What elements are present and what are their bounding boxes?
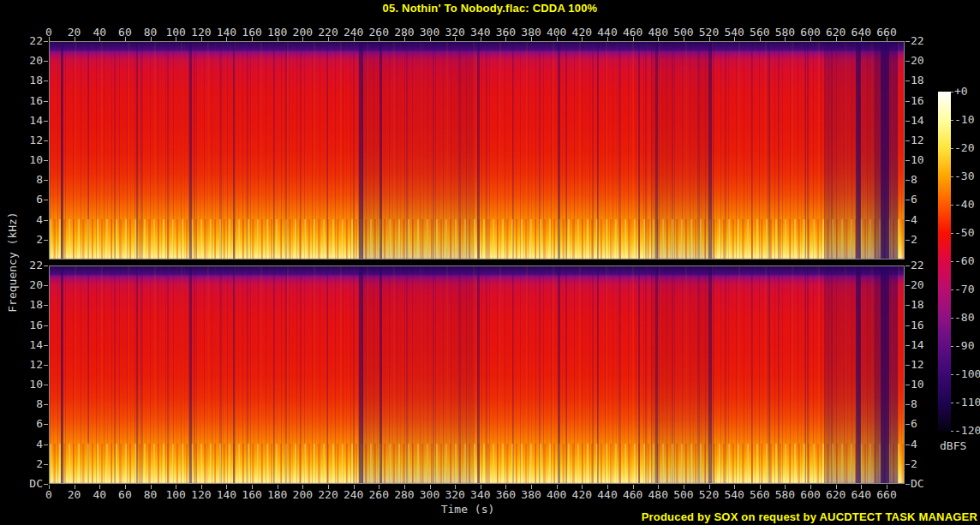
freq-tick <box>44 424 48 425</box>
time-tick <box>810 37 811 41</box>
time-tick <box>633 37 634 41</box>
freq-tick-label: DC <box>15 478 43 490</box>
freq-tick-label: 18 <box>15 299 43 311</box>
time-tick-label: 420 <box>569 489 595 501</box>
freq-tick <box>905 365 910 366</box>
freq-tick <box>44 220 48 221</box>
time-tick-label: 400 <box>544 489 570 501</box>
freq-tick-label: 12 <box>15 134 43 146</box>
time-tick <box>404 37 405 41</box>
colorbar-unit-label: dBFS <box>940 439 966 452</box>
soft-region <box>824 42 875 259</box>
time-tick <box>734 37 735 41</box>
colorbar-tick-label: -100 <box>954 368 980 380</box>
time-tick-label: 320 <box>442 489 468 501</box>
freq-tick <box>44 385 48 385</box>
time-tick-label: 160 <box>239 489 265 501</box>
colorbar-tick-label: -80 <box>954 312 974 324</box>
freq-tick-label: 16 <box>911 319 940 331</box>
freq-tick-label: 4 <box>15 438 43 450</box>
freq-tick-label: 6 <box>911 194 940 206</box>
colorbar-tick-label: -90 <box>954 340 974 352</box>
quiet-stripe <box>233 42 235 259</box>
time-tick-label: 480 <box>645 489 671 501</box>
colorbar-tick-label: -110 <box>954 397 980 409</box>
time-tick <box>125 37 126 41</box>
freq-tick <box>905 265 910 266</box>
freq-tick-label: 14 <box>911 339 940 351</box>
freq-tick <box>44 41 48 42</box>
soft-region <box>875 266 898 483</box>
time-tick <box>531 37 532 41</box>
freq-tick <box>44 61 48 62</box>
time-tick <box>99 37 100 41</box>
soft-region <box>824 266 875 483</box>
freq-tick <box>44 484 48 485</box>
quiet-stripe <box>189 266 192 483</box>
quiet-stripe <box>61 266 63 483</box>
soft-region <box>651 42 714 259</box>
soft-region <box>651 266 714 483</box>
freq-tick-label: 4 <box>911 214 940 226</box>
time-tick <box>836 37 837 41</box>
freq-tick <box>905 385 910 385</box>
freq-tick-label: 8 <box>911 398 940 410</box>
freq-tick <box>44 180 48 181</box>
freq-tick <box>905 484 910 485</box>
freq-tick <box>905 200 910 200</box>
freq-tick <box>44 160 48 161</box>
freq-tick <box>905 160 910 161</box>
freq-tick-label: 12 <box>911 359 940 371</box>
freq-tick <box>44 265 48 266</box>
freq-tick-label: 20 <box>911 279 940 291</box>
quiet-stripe <box>768 266 770 483</box>
time-tick <box>430 37 431 41</box>
freq-tick-label: 14 <box>15 339 43 351</box>
time-tick-label: 120 <box>188 489 214 501</box>
quiet-stripe <box>638 266 640 483</box>
freq-tick <box>44 240 48 241</box>
freq-tick-label: 6 <box>911 418 940 430</box>
time-tick-label: 240 <box>341 489 367 501</box>
time-tick-label: 380 <box>518 489 544 501</box>
freq-tick <box>905 101 910 102</box>
freq-tick-label: 18 <box>911 299 940 311</box>
freq-tick <box>905 81 910 81</box>
time-tick <box>176 37 176 41</box>
freq-tick-label: 8 <box>15 398 43 410</box>
spectrogram-image: 05. Nothin' To Nobody.flac: CDDA 100% Fr… <box>0 0 980 525</box>
freq-tick-label: 2 <box>911 458 940 470</box>
freq-tick-label: 12 <box>15 359 43 371</box>
time-tick-label: 440 <box>595 489 620 501</box>
time-tick <box>785 37 786 41</box>
colorbar-tick <box>951 261 953 262</box>
time-tick-label: 300 <box>417 489 443 501</box>
freq-tick-label: 10 <box>911 379 940 391</box>
time-tick-label: 460 <box>620 489 646 501</box>
freq-tick-label: 14 <box>911 115 940 127</box>
freq-tick-label: 22 <box>15 260 43 271</box>
time-tick <box>684 37 684 41</box>
time-tick-label: 180 <box>265 489 290 501</box>
time-tick-label: 60 <box>112 489 138 501</box>
freq-tick-label: 8 <box>911 174 940 186</box>
time-tick <box>658 37 659 41</box>
time-tick <box>49 37 50 41</box>
time-tick <box>151 37 152 41</box>
soft-region <box>362 42 474 259</box>
freq-tick <box>905 140 910 141</box>
freq-tick <box>44 305 48 306</box>
freq-tick <box>905 121 910 122</box>
freq-tick-label: 2 <box>15 234 43 246</box>
colorbar-tick-label: -70 <box>954 283 974 295</box>
colorbar-tick-label: +0 <box>954 86 968 98</box>
freq-tick <box>905 285 910 286</box>
freq-tick <box>905 240 910 241</box>
time-tick-label: 140 <box>213 489 239 501</box>
freq-tick <box>44 140 48 141</box>
freq-tick <box>44 464 48 465</box>
quiet-stripe <box>136 42 138 259</box>
time-tick-label: 540 <box>721 489 747 501</box>
colorbar-tick <box>951 346 953 347</box>
freq-tick-label: 20 <box>911 55 940 67</box>
